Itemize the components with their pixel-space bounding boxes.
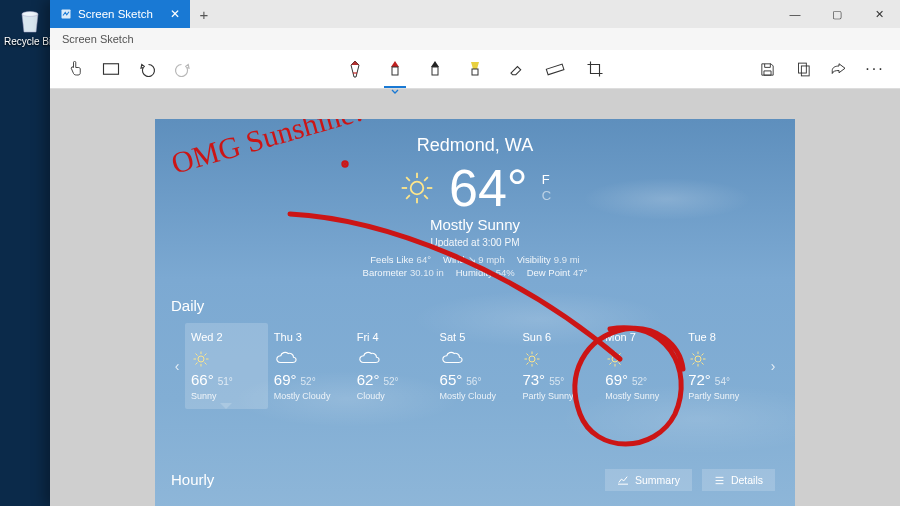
daily-section-label: Daily — [171, 297, 204, 314]
day-high: 66° — [191, 371, 214, 388]
details-button[interactable]: Details — [702, 469, 775, 491]
close-window-button[interactable]: ✕ — [858, 0, 900, 28]
svg-line-56 — [702, 354, 704, 356]
highlighter-button[interactable] — [460, 54, 490, 84]
summary-button[interactable]: Summary — [605, 469, 692, 491]
more-button[interactable]: ··· — [860, 54, 890, 84]
day-card-0[interactable]: Wed 266°51°Sunny — [185, 323, 268, 409]
svg-line-47 — [619, 354, 621, 356]
marker-button[interactable] — [420, 54, 450, 84]
day-condition: Partly Sunny — [522, 391, 593, 401]
unit-f[interactable]: F — [542, 172, 551, 188]
svg-line-30 — [196, 363, 198, 365]
svg-marker-3 — [351, 61, 359, 65]
day-condition: Partly Sunny — [688, 391, 759, 401]
maximize-button[interactable]: ▢ — [816, 0, 858, 28]
stats-block: Feels Like64° Wind↘ 9 mph Visibility9.9 … — [155, 254, 795, 278]
unit-c[interactable]: C — [542, 188, 551, 204]
frame-button[interactable] — [96, 54, 126, 84]
daily-prev-button[interactable]: ‹ — [169, 323, 185, 409]
svg-marker-4 — [391, 61, 399, 67]
svg-line-29 — [205, 354, 207, 356]
day-condition: Cloudy — [357, 391, 428, 401]
svg-point-49 — [695, 356, 701, 362]
chevron-down-icon — [391, 89, 399, 94]
share-icon — [830, 61, 848, 77]
day-name: Fri 4 — [357, 331, 428, 343]
titlebar: Screen Sketch ✕ + — ▢ ✕ — [50, 0, 900, 28]
day-high: 62° — [357, 371, 380, 388]
svg-line-28 — [205, 363, 207, 365]
pencil-icon — [388, 59, 402, 79]
day-card-2[interactable]: Fri 462°52°Cloudy — [351, 323, 434, 409]
cloud-icon — [274, 349, 345, 367]
marker-icon — [428, 59, 442, 79]
day-high: 69° — [274, 371, 297, 388]
day-condition: Mostly Sunny — [605, 391, 676, 401]
sun-icon — [605, 349, 676, 367]
svg-line-57 — [693, 363, 695, 365]
tab-screen-sketch[interactable]: Screen Sketch ✕ — [50, 0, 190, 28]
tab-title: Screen Sketch — [78, 8, 153, 20]
day-high: 72° — [688, 371, 711, 388]
daily-forecast: ‹ Wed 266°51°SunnyThu 369°52°Mostly Clou… — [169, 323, 781, 409]
updated-label: Updated at 3:00 PM — [155, 237, 795, 248]
touch-writing-button[interactable] — [60, 54, 90, 84]
svg-point-0 — [22, 12, 38, 17]
day-low: 51° — [218, 376, 233, 387]
toolbar: ··· — [50, 50, 900, 89]
city-label: Redmond, WA — [155, 135, 795, 156]
pencil-button[interactable] — [380, 54, 410, 84]
sun-icon — [191, 349, 262, 367]
svg-line-36 — [527, 354, 529, 356]
day-high: 65° — [440, 371, 463, 388]
redo-button[interactable] — [168, 54, 198, 84]
day-low: 52° — [632, 376, 647, 387]
day-card-6[interactable]: Tue 872°54°Partly Sunny — [682, 323, 765, 409]
svg-line-46 — [619, 363, 621, 365]
new-tab-button[interactable]: + — [190, 0, 218, 28]
daily-next-button[interactable]: › — [765, 323, 781, 409]
canvas-area[interactable]: Redmond, WA 64° F C Mostly Sunny Updated… — [50, 89, 900, 506]
day-low: 55° — [549, 376, 564, 387]
sun-icon — [688, 349, 759, 367]
degree-symbol: ° — [507, 159, 528, 217]
day-condition: Sunny — [191, 391, 262, 401]
crop-button[interactable] — [580, 54, 610, 84]
save-button[interactable] — [752, 54, 782, 84]
day-card-3[interactable]: Sat 565°56°Mostly Cloudy — [434, 323, 517, 409]
copy-button[interactable] — [788, 54, 818, 84]
day-name: Mon 7 — [605, 331, 676, 343]
svg-line-55 — [702, 363, 704, 365]
copy-icon — [795, 61, 812, 78]
ruler-button[interactable] — [540, 54, 570, 84]
svg-line-48 — [610, 363, 612, 365]
tab-close-icon[interactable]: ✕ — [170, 7, 180, 21]
cloud-icon — [357, 349, 428, 367]
svg-rect-11 — [798, 63, 806, 73]
screenshot-content: Redmond, WA 64° F C Mostly Sunny Updated… — [155, 119, 795, 506]
recycle-bin[interactable]: Recycle Bin — [4, 4, 57, 47]
screen-sketch-window: Screen Sketch ✕ + — ▢ ✕ Screen Sketch — [50, 0, 900, 506]
day-card-4[interactable]: Sun 673°55°Partly Sunny — [516, 323, 599, 409]
day-condition: Mostly Cloudy — [274, 391, 345, 401]
share-button[interactable] — [824, 54, 854, 84]
ballpoint-pen-button[interactable] — [340, 54, 370, 84]
day-low: 52° — [383, 376, 398, 387]
svg-line-37 — [536, 363, 538, 365]
day-card-1[interactable]: Thu 369°52°Mostly Cloudy — [268, 323, 351, 409]
svg-point-40 — [612, 356, 618, 362]
svg-line-18 — [406, 177, 410, 181]
minimize-button[interactable]: — — [774, 0, 816, 28]
day-name: Sat 5 — [440, 331, 511, 343]
eraser-button[interactable] — [500, 54, 530, 84]
svg-marker-8 — [471, 62, 479, 69]
svg-rect-5 — [392, 67, 398, 75]
undo-button[interactable] — [132, 54, 162, 84]
temperature-value: 64 — [449, 159, 507, 217]
day-card-5[interactable]: Mon 769°52°Mostly Sunny — [599, 323, 682, 409]
highlighter-icon — [467, 59, 483, 79]
svg-point-31 — [529, 356, 535, 362]
ruler-icon — [545, 61, 565, 77]
svg-line-45 — [610, 354, 612, 356]
